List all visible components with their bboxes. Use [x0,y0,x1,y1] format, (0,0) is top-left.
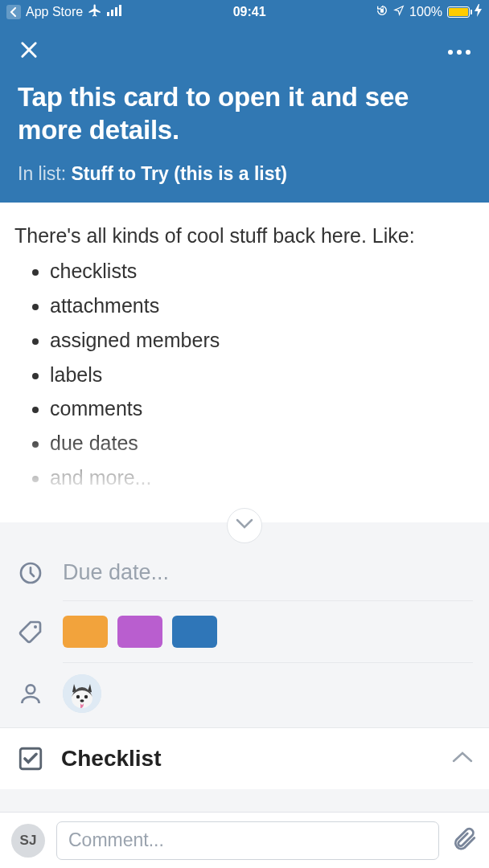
member-avatar[interactable] [63,674,101,713]
due-date-row[interactable]: Due date... [0,545,489,601]
svg-point-5 [448,50,453,55]
comment-input[interactable] [56,821,439,860]
clock-icon [16,559,45,588]
card-fields: Due date... [0,545,489,724]
svg-rect-1 [111,10,113,16]
card-description[interactable]: There's all kinds of cool stuff back her… [0,203,489,522]
labels-row[interactable] [0,601,489,663]
labels-container [63,601,217,662]
svg-point-9 [34,625,37,628]
battery-percent: 100% [409,5,442,19]
members-row[interactable] [0,663,489,724]
svg-rect-3 [119,5,121,16]
airplane-mode-icon [88,3,102,21]
list-item: assigned members [50,323,475,358]
more-options-icon[interactable] [447,44,471,59]
current-user-avatar[interactable]: SJ [11,824,45,858]
comment-bar: SJ [0,812,489,868]
expand-description-button[interactable] [227,508,262,543]
battery-icon [447,6,470,18]
attachment-icon[interactable] [450,825,478,856]
in-list-name: Stuff to Try (this is a list) [71,163,286,184]
card-list-location[interactable]: In list: Stuff to Try (this is a list) [18,163,471,185]
back-to-app-chevron-icon[interactable] [6,5,21,19]
list-item: checklists [50,254,475,289]
in-list-label: In list: [18,163,71,184]
list-item: labels [50,358,475,392]
card-header: Tap this card to open it and see more de… [0,24,489,203]
checklist-section-header[interactable]: Checklist [0,727,489,789]
checkbox-icon [16,744,45,773]
label-chip-blue[interactable] [172,616,217,648]
label-chip-purple[interactable] [117,616,162,648]
charging-icon [475,4,483,20]
list-item: due dates [50,426,475,461]
svg-point-13 [76,694,80,698]
back-to-app-label[interactable]: App Store [26,5,83,19]
svg-point-6 [457,50,462,55]
description-list: checklists attachments assigned members … [14,254,475,494]
status-right: 100% [376,4,483,20]
orientation-lock-icon [376,4,388,20]
location-icon [393,5,405,19]
chevron-up-icon[interactable] [452,751,473,767]
status-bar: App Store 09:41 100% [0,0,489,24]
svg-point-7 [466,50,471,55]
tag-icon [16,617,45,646]
status-left: App Store [6,3,123,21]
signal-icon [107,5,123,19]
chevron-down-icon [236,518,253,533]
checklist-title: Checklist [61,746,436,772]
description-intro: There's all kinds of cool stuff back her… [14,220,475,252]
status-time: 09:41 [233,5,266,19]
list-item: comments [50,391,475,426]
list-item: attachments [50,289,475,323]
svg-point-14 [84,694,88,698]
svg-point-10 [27,685,35,694]
svg-rect-2 [115,7,117,16]
label-chip-orange[interactable] [63,616,108,648]
person-icon [16,679,45,708]
list-item: and more... [50,461,475,495]
svg-point-15 [80,699,84,702]
expand-description-container [0,508,489,537]
husky-avatar-icon [63,674,101,713]
close-icon[interactable] [18,39,40,64]
svg-rect-0 [107,12,109,16]
svg-rect-4 [380,9,384,13]
due-date-placeholder: Due date... [63,560,169,585]
card-title[interactable]: Tap this card to open it and see more de… [18,80,471,147]
